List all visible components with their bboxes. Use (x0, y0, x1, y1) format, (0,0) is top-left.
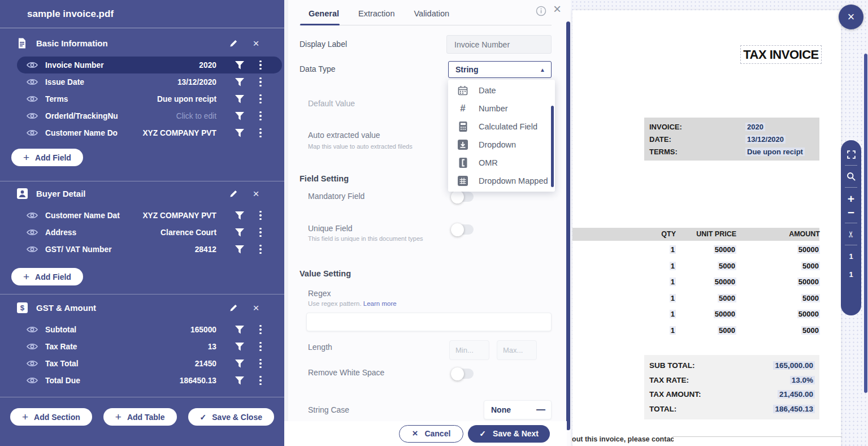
eye-icon[interactable] (26, 376, 38, 384)
close-section-icon[interactable]: × (250, 301, 262, 314)
page-total[interactable]: 1 (844, 268, 858, 280)
eye-icon[interactable] (26, 95, 38, 103)
annotated-value[interactable]: 13.0% (790, 376, 815, 384)
field-row-address[interactable]: Address Clarence Court (17, 224, 282, 241)
add-table-button[interactable]: + Add Table (103, 408, 177, 426)
close-section-icon[interactable]: × (250, 37, 262, 49)
data-type-select[interactable]: String ▲ (448, 61, 552, 78)
field-value[interactable]: 186450.13 (140, 376, 216, 385)
annotated-value[interactable]: 1 (670, 262, 676, 270)
eye-icon[interactable] (26, 326, 38, 334)
annotated-value[interactable]: 50000 (797, 310, 820, 318)
annotated-value[interactable]: 5000 (801, 294, 820, 302)
option-dropdown[interactable]: Dropdown (448, 136, 555, 154)
kebab-menu-icon[interactable] (258, 60, 263, 70)
filter-icon[interactable] (235, 95, 245, 103)
eye-icon[interactable] (26, 61, 38, 69)
eye-icon[interactable] (26, 343, 38, 350)
eye-icon[interactable] (26, 228, 38, 236)
doc-title-annotation[interactable]: TAX INVOICE (740, 45, 822, 64)
preview-scrollbar[interactable] (864, 54, 867, 393)
filter-icon[interactable] (235, 376, 245, 385)
annotated-value[interactable]: 186,450.13 (773, 405, 815, 413)
field-value[interactable]: 21450 (140, 360, 216, 368)
filter-icon[interactable] (235, 228, 245, 237)
annotated-value[interactable]: 50000 (797, 278, 820, 286)
annotated-value[interactable]: 1 (670, 326, 676, 335)
edit-section-icon[interactable] (227, 301, 240, 314)
option-number[interactable]: # Number (448, 99, 555, 118)
kebab-menu-icon[interactable] (258, 228, 263, 237)
kebab-menu-icon[interactable] (258, 245, 263, 254)
eye-icon[interactable] (26, 211, 38, 219)
filter-icon[interactable] (235, 245, 245, 254)
kebab-menu-icon[interactable] (258, 376, 263, 385)
scissors-icon[interactable]: ✂ (845, 227, 857, 241)
field-value[interactable]: XYZ COMPANY PVT (140, 211, 216, 220)
add-section-button[interactable]: + Add Section (10, 408, 92, 426)
annotated-value[interactable]: 5000 (718, 262, 736, 270)
annotated-value[interactable]: 50000 (714, 245, 736, 254)
field-row-tax-rate[interactable]: Tax Rate 13 (17, 338, 282, 355)
add-field-button[interactable]: + Add Field (11, 149, 83, 166)
option-calculated-field[interactable]: Calculated Field (448, 118, 555, 136)
filter-icon[interactable] (235, 78, 245, 86)
dropdown-scrollbar[interactable] (551, 106, 554, 187)
kebab-menu-icon[interactable] (258, 77, 263, 86)
field-row-customer-name[interactable]: Customer Name Do XYZ COMPANY PVT (17, 124, 282, 141)
annotated-value[interactable]: 165,000.00 (773, 361, 815, 370)
field-value[interactable]: 13/12/2020 (140, 78, 216, 86)
field-value[interactable]: 13 (140, 343, 216, 351)
add-field-button[interactable]: + Add Field (11, 268, 83, 285)
filter-icon[interactable] (235, 326, 245, 334)
length-max-input[interactable] (497, 340, 537, 360)
kebab-menu-icon[interactable] (258, 359, 263, 368)
field-row-subtotal[interactable]: Subtotal 165000 (17, 321, 282, 338)
annotated-value[interactable]: 50000 (714, 310, 736, 318)
save-close-button[interactable]: ✓ Save & Close (188, 408, 274, 426)
annotated-value[interactable]: 5000 (801, 262, 820, 270)
field-value[interactable]: Due upon recipt (140, 95, 216, 103)
fullscreen-icon[interactable] (844, 148, 858, 161)
annotated-value[interactable]: Due upon recipt (745, 148, 805, 156)
filter-icon[interactable] (235, 112, 245, 120)
annotated-value[interactable]: 5000 (718, 294, 736, 302)
filter-icon[interactable] (235, 343, 245, 351)
learn-more-link[interactable]: Learn more (363, 300, 397, 307)
regex-input[interactable] (306, 313, 552, 331)
length-min-input[interactable] (449, 340, 489, 360)
field-value[interactable]: 165000 (140, 326, 216, 334)
unique-field-toggle[interactable] (452, 224, 474, 235)
preview-close-button[interactable]: × (839, 5, 863, 29)
panel-scrollbar[interactable] (566, 21, 570, 430)
filter-icon[interactable] (235, 211, 245, 220)
field-row-customer-name-data[interactable]: Customer Name Dat XYZ COMPANY PVT (17, 207, 282, 224)
field-value[interactable]: XYZ COMPANY PVT (140, 129, 216, 137)
field-row-tax-total[interactable]: Tax Total 21450 (17, 355, 282, 372)
annotated-value[interactable]: 21,450.00 (778, 390, 815, 399)
field-row-gst-vat[interactable]: GST/ VAT Number 28412 (17, 241, 282, 258)
field-value[interactable]: Clarence Court (140, 228, 216, 237)
eye-icon[interactable] (26, 245, 38, 253)
eye-icon[interactable] (26, 129, 38, 137)
annotated-value[interactable]: 13/12/2020 (745, 135, 785, 144)
display-label-input[interactable]: Invoice Number (446, 35, 552, 54)
annotated-value[interactable]: 5000 (718, 326, 736, 335)
eye-icon[interactable] (26, 360, 38, 367)
annotated-value[interactable]: 1 (670, 245, 676, 254)
field-value-placeholder[interactable]: Click to edit (140, 112, 216, 120)
eye-icon[interactable] (26, 78, 38, 86)
field-value[interactable]: 28412 (140, 245, 216, 254)
zoom-in-icon[interactable]: + (844, 192, 858, 205)
string-case-select[interactable]: None — (484, 400, 552, 419)
filter-icon[interactable] (235, 129, 245, 137)
info-icon[interactable] (535, 5, 547, 17)
annotated-value[interactable]: 1 (670, 294, 676, 302)
option-omr[interactable]: OMR (448, 154, 555, 172)
edit-section-icon[interactable] (227, 37, 240, 49)
close-section-icon[interactable]: × (250, 187, 262, 200)
panel-close-icon[interactable]: × (553, 2, 561, 16)
eye-icon[interactable] (26, 112, 38, 120)
option-dropdown-mapped[interactable]: Dropdown Mapped (448, 172, 555, 190)
tab-extraction[interactable]: Extraction (358, 9, 394, 23)
